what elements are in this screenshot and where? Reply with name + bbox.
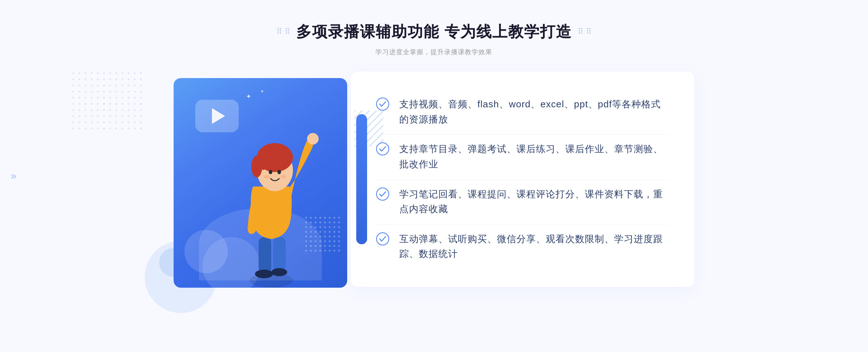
dots-decoration-left: ⠿: [276, 27, 283, 37]
check-icon-4: [376, 232, 389, 245]
feature-item-2: 支持章节目录、弹题考试、课后练习、课后作业、章节测验、批改作业: [376, 134, 669, 179]
svg-point-10: [277, 170, 281, 174]
svg-point-5: [307, 133, 319, 145]
left-chevrons: »: [11, 170, 17, 182]
title-wrapper: ⠿ ⠿ 多项录播课辅助功能 专为线上教学打造 ⠿ ⠿: [276, 22, 592, 42]
svg-rect-1: [259, 237, 271, 273]
feature-text-1: 支持视频、音频、flash、word、excel、ppt、pdf等各种格式的资源…: [399, 97, 669, 127]
page-wrapper: ⠿ ⠿ 多项录播课辅助功能 专为线上教学打造 ⠿ ⠿ 学习进度全掌握，提升录播课…: [0, 0, 868, 352]
feature-item-1: 支持视频、音频、flash、word、excel、ppt、pdf等各种格式的资源…: [376, 90, 669, 134]
svg-point-4: [271, 268, 287, 276]
check-icon-3: [376, 188, 389, 201]
svg-rect-2: [273, 237, 286, 271]
illustration-background: ✦ ✦ (function(){ var el = document.query…: [174, 78, 347, 288]
svg-point-11: [264, 175, 269, 179]
page-subtitle: 学习进度全掌握，提升录播课教学效果: [276, 48, 592, 56]
main-content: ✦ ✦ (function(){ var el = document.query…: [145, 67, 723, 291]
page-title: 多项录播课辅助功能 专为线上教学打造: [296, 22, 572, 42]
left-panel: ✦ ✦ (function(){ var el = document.query…: [174, 67, 362, 291]
svg-point-9: [269, 170, 272, 174]
bg-dots-left: (function(){ var el = document.querySele…: [72, 72, 142, 129]
feature-text-2: 支持章节目录、弹题考试、课后练习、课后作业、章节测验、批改作业: [399, 142, 669, 172]
svg-point-3: [255, 270, 273, 278]
sparkle-icon-1: ✦: [246, 93, 251, 100]
svg-point-17: [376, 188, 389, 200]
feature-text-3: 学习笔记回看、课程提问、课程评论打分、课件资料下载，重点内容收藏: [399, 187, 669, 217]
dots-decoration-right2: ⠿: [586, 27, 592, 37]
svg-point-12: [280, 175, 286, 179]
svg-point-15: [376, 98, 389, 110]
chevron-left-icon: »: [11, 170, 17, 182]
svg-point-18: [376, 233, 389, 245]
header-dots-right: ⠿ ⠿: [578, 27, 592, 37]
dots-decoration-left2: ⠿: [285, 27, 290, 37]
right-panel: 支持视频、音频、flash、word、excel、ppt、pdf等各种格式的资源…: [351, 72, 694, 287]
sparkle-icon-2: ✦: [260, 89, 264, 94]
check-icon-1: [376, 98, 389, 111]
feature-item-4: 互动弹幕、试听购买、微信分享、观看次数限制、学习进度跟踪、数据统计: [376, 224, 669, 269]
header-dots-left: ⠿ ⠿: [276, 27, 290, 37]
header-section: ⠿ ⠿ 多项录播课辅助功能 专为线上教学打造 ⠿ ⠿ 学习进度全掌握，提升录播课…: [276, 0, 592, 67]
person-illustration: [217, 114, 326, 288]
feature-item-3: 学习笔记回看、课程提问、课程评论打分、课件资料下载，重点内容收藏: [376, 180, 669, 224]
feature-text-4: 互动弹幕、试听购买、微信分享、观看次数限制、学习进度跟踪、数据统计: [399, 232, 669, 262]
vertical-bar-deco: [356, 114, 367, 244]
dots-decoration-right: ⠿: [578, 27, 584, 37]
